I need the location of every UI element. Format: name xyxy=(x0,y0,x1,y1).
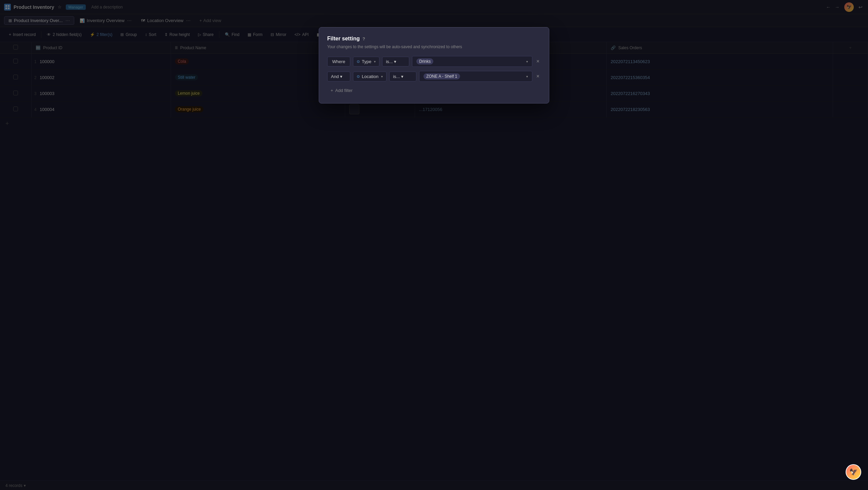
modal-title-row: Filter setting ? xyxy=(327,36,541,42)
filter1-operator-dropdown[interactable]: is... ▾ xyxy=(382,57,409,67)
filter2-operator-dropdown[interactable]: is... ▾ xyxy=(389,72,416,81)
help-icon[interactable]: ? xyxy=(362,36,365,41)
add-filter-label: Add filter xyxy=(335,88,353,93)
filter-row-1: Where ⊙ Type ▾ is... ▾ Drinks ▾ × xyxy=(327,56,541,67)
filter2-op-chevron: ▾ xyxy=(401,74,403,79)
filter2-field-dropdown[interactable]: ⊙ Location ▾ xyxy=(353,72,387,81)
filter2-field-value: Location xyxy=(362,74,378,79)
filter2-field-chevron: ▾ xyxy=(381,75,383,78)
filter1-value-tag: Drinks xyxy=(416,58,433,64)
filter1-field-value: Type xyxy=(362,59,371,64)
filter1-op-value: is... xyxy=(386,59,393,64)
modal-subtitle: Your changes to the settings will be aut… xyxy=(327,44,541,49)
filter2-value-dropdown[interactable]: ZONE A - Shelf 1 ▾ xyxy=(419,71,532,82)
filter2-value-chevron: ▾ xyxy=(526,75,528,78)
filter2-connector-chevron: ▾ xyxy=(340,74,342,79)
filter1-field-dropdown[interactable]: ⊙ Type ▾ xyxy=(353,57,379,67)
add-filter-button[interactable]: + Add filter xyxy=(327,86,356,95)
filter1-delete-button[interactable]: × xyxy=(535,57,541,66)
filter-modal: Filter setting ? Your changes to the set… xyxy=(319,27,549,103)
filter2-connector-dropdown[interactable]: And ▾ xyxy=(327,72,350,81)
filter2-value-tag: ZONE A - Shelf 1 xyxy=(423,73,460,79)
bottom-help-avatar[interactable]: 🦅 xyxy=(846,464,861,480)
filter2-connector-text: And xyxy=(331,74,339,79)
modal-overlay[interactable]: Filter setting ? Your changes to the set… xyxy=(0,0,868,490)
filter2-delete-button[interactable]: × xyxy=(535,72,541,81)
add-filter-plus-icon: + xyxy=(331,88,333,93)
filter1-field-chevron: ▾ xyxy=(374,60,376,63)
filter-row-2: And ▾ ⊙ Location ▾ is... ▾ ZONE A - Shel… xyxy=(327,71,541,82)
filter2-op-value: is... xyxy=(393,74,400,79)
filter1-field-icon: ⊙ xyxy=(357,59,360,64)
filter1-value-dropdown[interactable]: Drinks ▾ xyxy=(412,56,532,67)
modal-title-text: Filter setting xyxy=(327,36,360,42)
filter2-field-icon: ⊙ xyxy=(357,74,360,79)
filter1-value-chevron: ▾ xyxy=(526,60,528,63)
filter1-connector: Where xyxy=(327,57,350,67)
filter1-op-chevron: ▾ xyxy=(394,59,396,64)
